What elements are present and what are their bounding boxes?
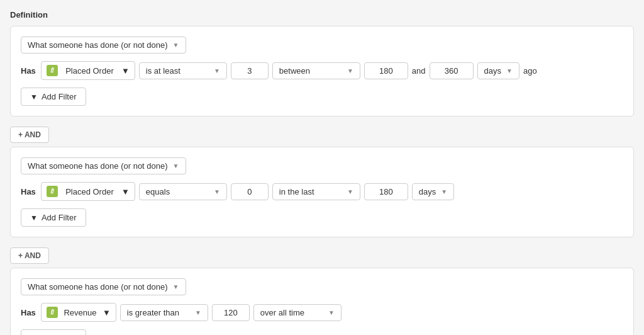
chevron-down-icon: ▼ — [195, 309, 201, 316]
value-input-3[interactable] — [212, 304, 250, 321]
chevron-down-icon: ▼ — [347, 188, 353, 195]
has-label-2: Has — [21, 187, 36, 196]
event-select-2[interactable]: Placed Order ▼ — [41, 182, 135, 201]
has-row-3: Has Revenue ▼ is greater than ▼ over all… — [21, 303, 623, 322]
top-dropdown-row-3: What someone has done (or not done) ▼ — [21, 278, 623, 295]
add-filter-label-1: Add Filter — [42, 92, 77, 101]
definition-block-1: What someone has done (or not done) ▼ Ha… — [10, 26, 634, 116]
shopify-icon-2 — [47, 186, 58, 197]
and-connector-1: + AND — [10, 127, 49, 143]
event-select-2-label: Placed Order — [65, 187, 114, 196]
chevron-down-icon: ▼ — [173, 42, 179, 48]
top-dropdown-row-2: What someone has done (or not done) ▼ — [21, 157, 623, 174]
definition-block-3: What someone has done (or not done) ▼ Ha… — [10, 268, 634, 335]
chevron-down-icon: ▼ — [173, 162, 179, 169]
days-select-2[interactable]: days ▼ — [412, 183, 454, 200]
add-filter-label-2: Add Filter — [42, 213, 77, 222]
chevron-down-icon: ▼ — [506, 67, 513, 74]
time-value1-2[interactable] — [364, 183, 408, 200]
shopify-icon-3 — [47, 307, 58, 318]
event-type-dropdown-3[interactable]: What someone has done (or not done) ▼ — [21, 278, 186, 295]
chevron-down-icon: ▼ — [173, 283, 179, 290]
condition-select-1[interactable]: is at least ▼ — [139, 62, 227, 79]
days-select-1[interactable]: days ▼ — [477, 62, 519, 79]
chevron-down-icon: ▼ — [441, 188, 447, 195]
has-row-1: Has Placed Order ▼ is at least ▼ between… — [21, 61, 623, 80]
event-select-1[interactable]: Placed Order ▼ — [41, 61, 135, 80]
event-type-dropdown-2[interactable]: What someone has done (or not done) ▼ — [21, 157, 186, 174]
chevron-down-icon: ▼ — [121, 66, 130, 76]
time-condition-select-3[interactable]: over all time ▼ — [253, 304, 341, 321]
condition-select-3[interactable]: is greater than ▼ — [120, 304, 208, 321]
chevron-down-icon: ▼ — [121, 187, 130, 196]
chevron-down-icon: ▼ — [328, 309, 335, 316]
top-dropdown-row-1: What someone has done (or not done) ▼ — [21, 37, 623, 54]
has-label-3: Has — [21, 308, 36, 317]
event-type-dropdown-1[interactable]: What someone has done (or not done) ▼ — [21, 37, 186, 54]
page-title: Definition — [10, 10, 634, 20]
and-button-2[interactable]: + AND — [10, 247, 49, 264]
and-button-1[interactable]: + AND — [10, 127, 49, 143]
add-filter-button-3[interactable]: ▼ Add Filter — [21, 329, 86, 335]
filter-icon: ▼ — [30, 213, 38, 222]
value-input-1[interactable] — [231, 62, 269, 79]
chevron-down-icon: ▼ — [214, 188, 220, 195]
time-value2-1[interactable] — [430, 62, 474, 79]
value-input-2[interactable] — [231, 183, 269, 200]
has-label-1: Has — [21, 66, 36, 76]
add-filter-button-1[interactable]: ▼ Add Filter — [21, 88, 86, 106]
time-condition-select-1[interactable]: between ▼ — [272, 62, 360, 79]
time-condition-select-2[interactable]: in the last ▼ — [272, 183, 360, 200]
shopify-icon-1 — [47, 65, 58, 76]
event-select-3[interactable]: Revenue ▼ — [41, 303, 116, 322]
has-row-2: Has Placed Order ▼ equals ▼ in the last … — [21, 182, 623, 201]
and-text-1: and — [412, 66, 426, 76]
add-filter-button-2[interactable]: ▼ Add Filter — [21, 208, 86, 227]
and-connector-2: + AND — [10, 247, 49, 264]
ago-text-1: ago — [523, 66, 537, 76]
filter-icon: ▼ — [30, 93, 38, 101]
chevron-down-icon: ▼ — [214, 67, 220, 74]
chevron-down-icon: ▼ — [103, 308, 111, 317]
time-value1-1[interactable] — [364, 62, 408, 79]
chevron-down-icon: ▼ — [347, 67, 353, 74]
condition-select-2[interactable]: equals ▼ — [139, 183, 227, 200]
event-select-3-label: Revenue — [64, 308, 96, 317]
definition-block-2: What someone has done (or not done) ▼ Ha… — [10, 147, 634, 237]
event-select-1-label: Placed Order — [65, 66, 114, 76]
